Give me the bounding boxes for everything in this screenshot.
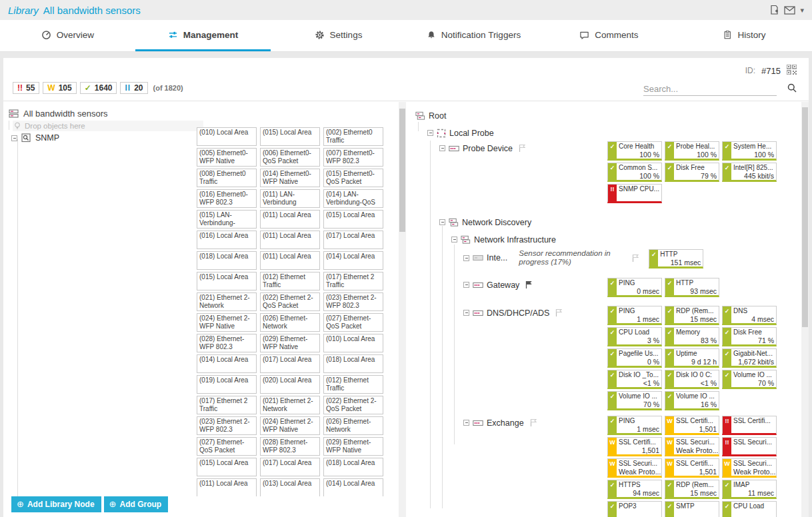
sensor-tile[interactable]: ✓RDP (Rem...15 msec xyxy=(665,306,719,325)
flag-icon[interactable] xyxy=(519,144,526,153)
search-input[interactable] xyxy=(643,83,777,96)
library-sensor-tile[interactable]: (015) Local Area xyxy=(260,127,320,146)
left-panel-scrollbar[interactable] xyxy=(399,102,406,517)
tab-history[interactable]: History xyxy=(677,20,812,51)
library-sensor-tile[interactable]: (022) Ethernet 2-QoS Packet xyxy=(260,292,320,311)
library-sensor-tile[interactable]: (028) Ethernet-WFP 802.3 xyxy=(197,334,257,352)
sensor-tile[interactable]: ✓CPU Load3 % xyxy=(607,327,662,346)
sensor-tile[interactable]: ✓Volume IO ...70 % xyxy=(607,391,662,410)
sensor-tile[interactable]: ✓SMTP xyxy=(665,501,719,517)
collapse-toggle-icon[interactable] xyxy=(451,237,457,243)
collapse-toggle-icon[interactable] xyxy=(439,219,445,225)
library-sensor-tile[interactable]: (021) Ethernet 2-Network xyxy=(197,292,257,311)
sensor-tile[interactable]: WSSL Securi...Weak Proto... xyxy=(607,458,662,478)
library-sensor-tile[interactable]: (010) Local Area xyxy=(197,127,257,146)
library-sensor-tile[interactable]: (018) Local Area xyxy=(197,251,257,270)
flag-icon[interactable] xyxy=(555,308,563,317)
library-sensor-tile[interactable]: (018) Local Area xyxy=(323,354,383,373)
sensor-tile[interactable]: ✓Volume IO ...16 % xyxy=(665,391,719,410)
library-sensor-tile[interactable]: (008) Ethernet0 Traffic xyxy=(197,169,257,187)
library-sensor-tile[interactable]: (014) Ethernet0-WFP Native xyxy=(260,169,320,187)
library-root-node[interactable]: All bandwidth sensors xyxy=(9,109,406,119)
sensor-tile[interactable]: ✓HTTPS94 msec xyxy=(607,480,662,499)
envelope-icon[interactable] xyxy=(784,6,795,15)
sensor-tile[interactable]: ✓PING1 msec xyxy=(607,306,662,325)
sensor-tile[interactable]: ✓HTTP93 msec xyxy=(665,278,719,297)
sensor-tile[interactable]: !!SSL Certifi... xyxy=(722,416,777,435)
library-sensor-tile[interactable]: (010) Local Area xyxy=(323,334,383,352)
sensor-tile[interactable]: WSSL Securi...Weak Proto... xyxy=(665,437,719,456)
caret-down-icon[interactable]: ▾ xyxy=(800,6,804,15)
library-sensor-tile[interactable]: (023) Ethernet 2-WFP 802.3 xyxy=(197,416,257,435)
sensor-tile[interactable]: WSSL Securi...Weak Proto... xyxy=(722,458,777,478)
library-sensor-tile[interactable]: (026) Ethernet-Network xyxy=(260,313,320,332)
document-add-icon[interactable] xyxy=(769,5,779,15)
flag-icon[interactable] xyxy=(632,254,639,262)
library-sensor-tile[interactable]: (011) Local Area xyxy=(260,210,320,229)
sensor-tile[interactable]: ✓Intel[R] 825...445 kbit/s xyxy=(722,163,777,182)
sensor-tile[interactable]: ✓Uptime9 d 12 h xyxy=(665,348,719,368)
library-sensor-tile[interactable]: (014) Local Area xyxy=(197,354,257,373)
library-sensor-tile[interactable]: (013) Local Area xyxy=(260,478,320,496)
sensor-tile[interactable]: !!SNMP CPU... xyxy=(607,184,662,203)
library-sensor-tile[interactable]: (017) Ethernet 2 Traffic xyxy=(197,396,257,414)
sensor-tile[interactable]: ✓Pagefile Us...0 % xyxy=(607,348,662,368)
status-badge-warning[interactable]: W105 xyxy=(43,82,76,94)
tab-settings[interactable]: Settings xyxy=(271,20,406,51)
library-sensor-tile[interactable]: (015) LAN-Verbindung- xyxy=(197,210,257,229)
tree-node-gateway[interactable]: Gateway xyxy=(487,280,519,290)
collapse-toggle-icon[interactable] xyxy=(439,145,445,151)
sensor-tile[interactable]: ✓System He...100 % xyxy=(722,141,777,161)
library-sensor-tile[interactable]: (020) Local Area xyxy=(260,375,320,394)
right-scrollbar-thumb[interactable] xyxy=(802,107,808,327)
library-sensor-tile[interactable]: (027) Ethernet-QoS Packet xyxy=(197,437,257,456)
status-badge-error[interactable]: !!55 xyxy=(13,82,39,94)
library-sensor-tile[interactable]: (017) Local Area xyxy=(260,458,320,476)
library-sensor-tile[interactable]: (011) LAN-Verbindung xyxy=(260,189,320,208)
library-sensor-tile[interactable]: (017) Local Area xyxy=(323,231,383,249)
library-sensor-tile[interactable]: (027) Ethernet-QoS Packet xyxy=(323,313,383,332)
sensor-tile[interactable]: ✓Disk IO _To...<1 % xyxy=(607,370,662,389)
tree-node-dns-dhcp-ads[interactable]: DNS/DHCP/ADS xyxy=(487,308,549,318)
sensor-tile[interactable]: ✓PING0 msec xyxy=(607,278,662,297)
collapse-toggle-icon[interactable] xyxy=(463,282,469,288)
library-sensor-tile[interactable]: (012) Ethernet Traffic xyxy=(323,375,383,394)
flag-icon[interactable] xyxy=(530,418,537,427)
library-sensor-tile[interactable]: (029) Ethernet-WFP Native xyxy=(323,437,383,456)
library-sensor-tile[interactable]: (011) Local Area xyxy=(260,251,320,270)
tab-comments[interactable]: Comments xyxy=(541,20,677,51)
library-sensor-tile[interactable]: (026) Ethernet-Network xyxy=(323,416,383,435)
library-sensor-tile[interactable]: (015) Local Area xyxy=(323,210,383,229)
sensor-tile[interactable]: ✓IMAP11 msec xyxy=(722,480,777,499)
tree-node-network-infrastructure[interactable]: Network Infrastructure xyxy=(474,235,556,245)
status-badge-paused[interactable]: II20 xyxy=(120,82,147,94)
sensor-tile[interactable]: ✓DNS4 msec xyxy=(722,306,777,325)
library-sensor-tile[interactable]: (018) Local Area xyxy=(323,458,383,476)
tab-notification-triggers[interactable]: Notification Triggers xyxy=(406,20,541,51)
sensor-tile[interactable]: ✓Disk IO 0 C:<1 % xyxy=(665,370,719,389)
collapse-toggle-icon[interactable] xyxy=(463,310,469,316)
library-sensor-tile[interactable]: (014) LAN-Verbindung-QoS xyxy=(323,189,383,208)
search-icon[interactable] xyxy=(787,83,797,95)
tree-node-inte[interactable]: Inte... xyxy=(487,253,507,262)
add-group-button[interactable]: ⊕Add Group xyxy=(104,496,169,512)
sensor-tile[interactable]: ✓Core Health100 % xyxy=(607,141,662,161)
sensor-tile[interactable]: ✓HTTP151 msec xyxy=(649,249,703,268)
sensor-tile[interactable]: WSSL Certifi...1,501 xyxy=(607,437,662,456)
library-sensor-tile[interactable]: (002) Ethernet0 Traffic xyxy=(323,127,383,146)
library-sensor-tile[interactable]: (019) Local Area xyxy=(197,375,257,394)
sensor-tile[interactable]: ✓RDP (Rem...15 msec xyxy=(665,480,719,499)
library-sensor-tile[interactable]: (015) Local Area xyxy=(197,272,257,290)
tree-node-root[interactable]: Root xyxy=(429,111,446,121)
tab-overview[interactable]: Overview xyxy=(0,20,135,51)
sensor-tile[interactable]: ✓POP3 xyxy=(607,501,662,517)
library-sensor-tile[interactable]: (015) Ethernet0-QoS Packet xyxy=(323,169,383,187)
library-sensor-tile[interactable]: (016) Local Area xyxy=(197,231,257,249)
collapse-toggle-icon[interactable] xyxy=(463,420,469,426)
sensor-tile[interactable]: ✓Gigabit-Net...1,672 kbit/s xyxy=(722,348,777,368)
sensor-tile[interactable]: ✓PING1 msec xyxy=(607,416,662,435)
sensor-tile[interactable]: ✓Volume IO ...70 % xyxy=(722,370,777,389)
library-sensor-tile[interactable]: (005) Ethernet0-WFP Native xyxy=(197,148,257,167)
library-sensor-tile[interactable]: (017) Local Area xyxy=(260,354,320,373)
sensor-tile[interactable]: !!SSL Securi... xyxy=(722,437,777,456)
